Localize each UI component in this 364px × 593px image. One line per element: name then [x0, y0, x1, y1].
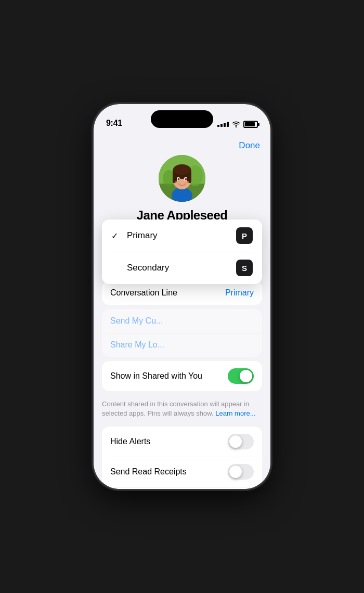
send-read-receipts-row[interactable]: Send Read Receipts: [102, 457, 262, 487]
hide-alerts-toggle[interactable]: [228, 434, 254, 449]
call-icon: [114, 239, 126, 254]
share-my-location-label: Share My Lo...: [110, 340, 164, 350]
battery-icon: [243, 121, 258, 128]
done-button[interactable]: Done: [239, 140, 260, 151]
send-my-current-row[interactable]: Send My Cu...: [102, 309, 262, 333]
action-buttons-row: call video: [94, 233, 270, 281]
phone-screen: 9:41: [94, 104, 270, 489]
mail-label: mail: [197, 256, 209, 263]
signal-icon: [217, 122, 229, 127]
svg-point-21: [243, 242, 245, 244]
learn-more-link[interactable]: Learn more...: [215, 409, 255, 417]
shared-description: Content shared in this conversation will…: [94, 395, 270, 427]
info-label: info: [239, 257, 249, 264]
extra-settings-group: Send My Cu... Share My Lo...: [102, 309, 262, 357]
status-icons: [217, 121, 258, 128]
mail-button[interactable]: mail: [185, 233, 221, 270]
send-read-receipts-label: Send Read Receipts: [110, 467, 187, 476]
sheet-header: Done: [94, 132, 270, 155]
video-button[interactable]: video: [144, 233, 180, 270]
dynamic-island: [151, 110, 213, 128]
svg-rect-18: [155, 241, 163, 248]
svg-rect-22: [243, 244, 245, 248]
share-focus-status-row[interactable]: Share Focus Status: [102, 487, 262, 489]
conversation-line-row[interactable]: Conversation Line Primary: [102, 281, 262, 305]
conversation-line-value: Primary: [225, 288, 254, 298]
svg-point-14: [178, 178, 180, 180]
svg-point-17: [185, 181, 189, 184]
conversation-line-label: Conversation Line: [110, 288, 177, 298]
call-label: call: [115, 257, 125, 264]
wifi-icon: [232, 121, 240, 127]
show-in-shared-group: Show in Shared with You: [102, 361, 262, 391]
send-read-receipts-toggle[interactable]: [228, 464, 254, 480]
svg-point-15: [185, 178, 187, 180]
info-button[interactable]: info: [226, 233, 263, 270]
share-my-location-row[interactable]: Share My Lo...: [102, 333, 262, 357]
hide-alerts-label: Hide Alerts: [110, 437, 150, 446]
profile-section: Jane Appleseed: [94, 155, 270, 233]
mail-icon: [197, 239, 209, 253]
content-sheet: Done: [94, 132, 270, 489]
contact-name: Jane Appleseed: [137, 208, 228, 223]
info-icon: [238, 239, 250, 254]
avatar: [159, 155, 205, 202]
svg-rect-19: [197, 241, 209, 249]
svg-point-11: [173, 164, 191, 175]
send-my-current-label: Send My Cu...: [110, 316, 163, 326]
video-icon: [155, 239, 167, 253]
bottom-settings-group: Hide Alerts Send Read Receipts Share Foc…: [102, 427, 262, 489]
hide-alerts-row[interactable]: Hide Alerts: [102, 427, 262, 457]
conversation-line-group: Conversation Line Primary: [102, 281, 262, 305]
show-in-shared-label: Show in Shared with You: [110, 371, 202, 381]
phone-frame: 9:41: [94, 104, 270, 489]
video-label: video: [154, 256, 169, 263]
status-time: 9:41: [106, 119, 122, 128]
svg-point-0: [236, 126, 237, 127]
show-in-shared-toggle[interactable]: [228, 368, 254, 384]
svg-point-16: [175, 181, 179, 184]
call-button[interactable]: call: [102, 233, 138, 270]
show-in-shared-row[interactable]: Show in Shared with You: [102, 361, 262, 391]
